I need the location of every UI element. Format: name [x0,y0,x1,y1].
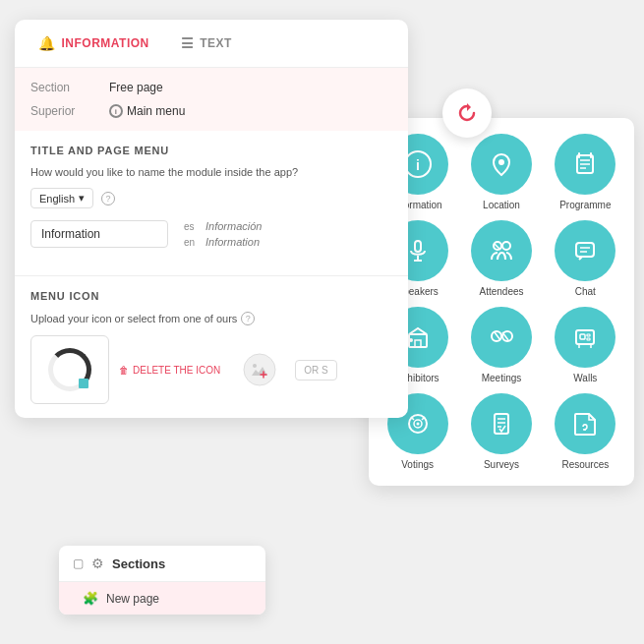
svg-line-36 [422,417,425,420]
superior-label: Superior [30,104,109,118]
icon-label-meetings: Meetings [482,373,522,383]
upload-help-icon[interactable]: ? [241,312,255,325]
lang-select-row: English ▾ ? [30,188,392,208]
svg-point-0 [244,354,275,385]
trans-en: en Information [184,236,262,248]
delete-icon-button[interactable]: 🗑 DELETE THE ICON [119,362,220,379]
svg-rect-18 [576,243,594,257]
info-tab-icon: 🔔 [38,35,56,51]
tab-text[interactable]: ☰ TEXT [173,31,240,55]
icon-item-programme[interactable]: Programme [549,134,622,210]
svg-point-23 [409,338,413,342]
text-tab-icon: ☰ [181,35,195,51]
programme-circle [555,134,615,195]
info-tab-label: INFORMATION [62,36,149,50]
refresh-icon [454,100,480,126]
gear-icon[interactable]: ⚙ [91,556,104,571]
chat-icon [570,236,600,265]
svg-marker-2 [467,103,471,111]
surveys-circle [471,393,532,454]
lang-select-value: English [39,193,75,205]
icon-label-votings: Votings [401,459,434,470]
photo-upload[interactable] [230,335,289,404]
trans-es: es Información [184,220,262,232]
icon-item-surveys[interactable]: Surveys [464,393,538,470]
new-page-label: New page [106,592,159,606]
panel-content: TITLE AND PAGE MENU How would you like t… [15,131,408,262]
meetings-circle [471,307,532,368]
refresh-button[interactable] [442,88,492,138]
icon-item-chat[interactable]: Chat [549,220,622,297]
icon-item-walls[interactable]: Walls [549,307,622,383]
info-table: Section Free page Superior i Main menu [15,68,408,131]
info-panel: 🔔 INFORMATION ☰ TEXT Section Free page S… [15,20,408,418]
programme-icon [570,149,600,179]
walls-icon [570,322,600,352]
circle-icon: i [109,104,123,118]
icon-label-resources: Resources [561,459,609,470]
votings-icon [403,409,433,439]
icon-label-surveys: Surveys [484,459,519,470]
section-value: Free page [109,81,163,94]
sections-panel: ▢ ⚙ Sections 🧩 New page [59,546,265,615]
icon-item-resources[interactable]: Resources [549,393,622,470]
module-name-input[interactable]: Information [30,220,168,248]
lang-question: How would you like to name the module in… [30,166,392,178]
tab-information[interactable]: 🔔 INFORMATION [30,31,157,55]
trash-icon: 🗑 [119,365,129,376]
divider [15,275,408,276]
menu-icon-heading: MENU ICON [30,290,392,302]
text-tab-label: TEXT [200,36,232,50]
attendees-icon [487,236,516,265]
current-icon-box [30,335,109,404]
resources-icon [570,409,600,439]
svg-rect-22 [415,340,421,347]
location-icon [487,149,516,179]
icons-panel: i Information Location [369,118,634,486]
section-row: Section Free page [30,76,392,99]
icon-label-walls: Walls [573,373,597,383]
new-page-row[interactable]: 🧩 New page [59,582,265,615]
text-input-row: Information es Información en Informatio… [30,220,392,248]
puzzle-icon: 🧩 [83,591,98,606]
svg-point-41 [584,429,586,431]
attendees-circle [471,220,532,281]
lang-select[interactable]: English ▾ [30,188,93,208]
svg-point-1 [253,364,257,368]
sections-header: ▢ ⚙ Sections [59,546,265,582]
svg-rect-12 [415,241,421,252]
panel-tabs: 🔔 INFORMATION ☰ TEXT [15,20,408,68]
upload-label: Upload your icon or select from one of o… [30,312,392,325]
superior-row: Superior i Main menu [30,99,392,123]
superior-value: i Main menu [109,104,185,118]
icon-upload-area: 🗑 DELETE THE ICON OR S [30,335,392,404]
svg-point-34 [416,423,419,426]
svg-rect-30 [587,334,590,336]
icon-label-location: Location [483,200,520,210]
spinning-icon [48,348,91,391]
translations: es Información en Information [184,220,262,248]
chat-circle [555,220,615,281]
svg-point-5 [498,159,504,165]
icon-item-attendees[interactable]: Attendees [464,220,538,297]
icon-item-location[interactable]: Location [464,134,538,210]
location-circle [471,134,532,195]
section-label: Section [30,81,109,94]
icon-item-meetings[interactable]: Meetings [464,307,538,383]
menu-icon-section: MENU ICON Upload your icon or select fro… [15,290,408,418]
photo-upload-icon [242,352,277,387]
icon-label-chat: Chat [575,286,596,297]
svg-text:i: i [416,157,420,173]
svg-rect-29 [580,334,585,339]
help-icon[interactable]: ? [101,192,115,205]
expand-icon[interactable]: ▢ [73,556,84,570]
svg-point-16 [502,242,510,250]
icon-label-attendees: Attendees [479,286,523,297]
svg-line-35 [411,417,414,420]
sections-title: Sections [112,556,165,571]
icon-label-programme: Programme [559,200,611,210]
surveys-icon [487,409,516,439]
resources-circle [555,393,615,454]
or-separator: OR S [295,360,336,381]
meetings-icon [487,322,516,352]
